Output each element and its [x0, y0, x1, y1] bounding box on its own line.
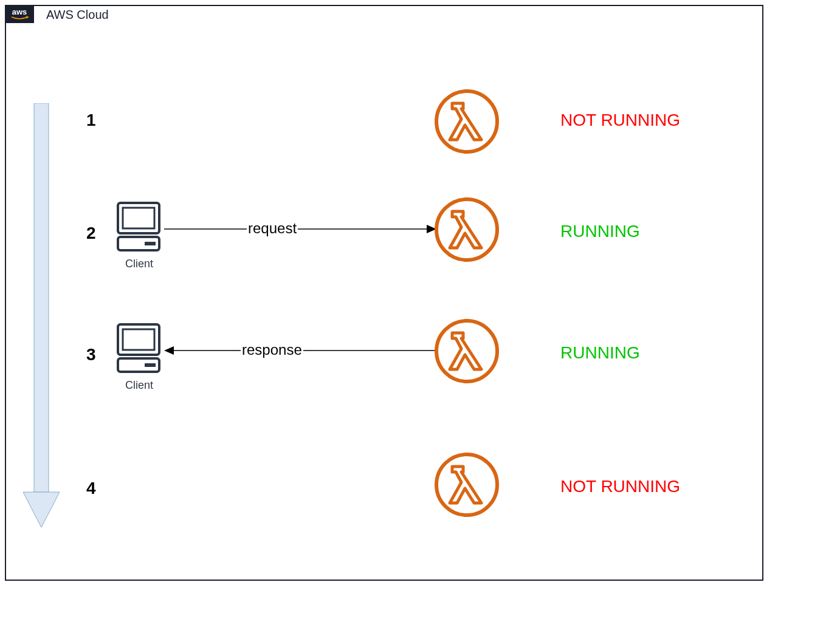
- svg-rect-12: [123, 329, 154, 350]
- status-label-1: NOT RUNNING: [560, 111, 680, 130]
- request-arrow-label: request: [247, 220, 298, 237]
- step-number-4: 4: [86, 479, 96, 498]
- aws-logo-icon: aws: [8, 7, 31, 21]
- svg-text:aws: aws: [12, 7, 27, 16]
- svg-point-10: [436, 199, 497, 260]
- client-icon: [113, 199, 164, 255]
- lambda-icon: [433, 451, 501, 519]
- client-label-3: Client: [125, 379, 153, 392]
- status-label-2: RUNNING: [560, 222, 640, 241]
- svg-marker-2: [23, 492, 60, 527]
- step-number-1: 1: [86, 111, 96, 130]
- step-number-3: 3: [86, 345, 96, 364]
- svg-rect-1: [34, 103, 49, 492]
- response-arrow-label: response: [241, 341, 303, 358]
- client-icon: [113, 321, 164, 377]
- svg-marker-16: [164, 346, 174, 355]
- request-arrow-icon: [164, 220, 436, 238]
- svg-rect-14: [145, 363, 156, 367]
- cloud-frame: aws AWS Cloud 1 NOT RUNNING 2 Client: [5, 5, 763, 581]
- status-label-4: NOT RUNNING: [560, 477, 680, 496]
- time-arrow-icon: [23, 103, 60, 529]
- status-label-3: RUNNING: [560, 343, 640, 363]
- step-number-2: 2: [86, 224, 96, 243]
- svg-rect-7: [145, 242, 156, 245]
- svg-point-3: [436, 91, 497, 152]
- svg-rect-5: [123, 208, 154, 228]
- svg-point-18: [436, 454, 497, 515]
- client-label-2: Client: [125, 258, 153, 270]
- lambda-icon: [433, 317, 501, 385]
- svg-point-17: [436, 321, 497, 382]
- diagram-canvas: aws AWS Cloud 1 NOT RUNNING 2 Client: [0, 0, 840, 633]
- lambda-icon: [433, 87, 501, 156]
- cloud-label: AWS Cloud: [46, 8, 109, 22]
- lambda-icon: [433, 196, 501, 264]
- aws-logo-box: aws: [5, 5, 34, 23]
